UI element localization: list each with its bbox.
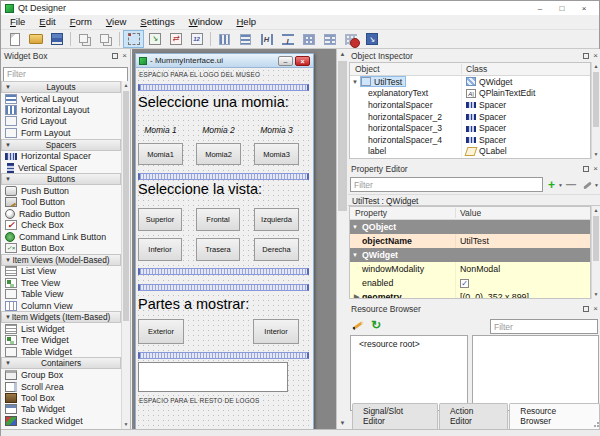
float-panel-icon[interactable] [583,166,589,172]
close-button[interactable]: × [573,2,595,15]
horizontal-spacer-widget[interactable] [138,284,309,291]
tree-row-labelrow1[interactable]: labelRow1 QLabel [350,157,590,159]
widget-tree-view[interactable]: Tree View [1,277,121,288]
open-form-button[interactable] [25,30,46,48]
widget-group-box[interactable]: Group Box [1,369,121,380]
interior-button[interactable]: Interior [253,319,299,344]
scroll-down-icon[interactable]: ▼ [592,290,600,299]
scroll-up-icon[interactable]: ▲ [337,49,348,60]
form-close-button[interactable]: × [295,56,310,66]
edit-buddies-button[interactable] [165,30,186,48]
momia3-button[interactable]: Momia3 [254,143,299,165]
edit-tab-order-button[interactable] [186,30,207,48]
float-panel-icon[interactable] [583,53,589,59]
widget-stacked-widget[interactable]: Stacked Widget [1,415,121,426]
enabled-checkbox[interactable] [460,279,469,288]
section-layouts[interactable]: ▼Layouts [1,81,121,93]
group-qobject[interactable]: ▼QObject [350,220,590,234]
section-containers[interactable]: ▼Containers [1,357,121,369]
menu-file[interactable]: File [3,15,32,29]
new-form-button[interactable] [4,30,25,48]
widget-box-scrollbar[interactable]: ▲ ▼ [121,81,130,429]
widget-column-view[interactable]: Column View [1,300,121,311]
layout-vertical-splitter-button[interactable]: I [277,30,298,48]
widget-horizontal-spacer[interactable]: Horizontal Spacer [1,151,121,162]
widget-vertical-layout[interactable]: Vertical Layout [1,93,121,104]
widget-box-filter-input[interactable] [3,67,128,82]
resource-filter-input[interactable] [490,319,598,334]
scroll-up-icon[interactable]: ▲ [592,62,600,71]
property-enabled[interactable]: enabled [350,276,590,290]
widget-tool-button[interactable]: Tool Button [1,197,121,208]
widget-list-widget[interactable]: List Widget [1,323,121,334]
scroll-down-icon[interactable]: ▼ [122,420,130,429]
resource-tree[interactable]: <resource root> [350,335,468,411]
widget-list-view[interactable]: List View [1,266,121,277]
tree-row-horizontalspacer3[interactable]: horizontalSpacer_3 Spacer [350,122,590,134]
group-qwidget[interactable]: ▼QWidget [350,248,590,262]
property-geometry[interactable]: ▶geometry [(0, 0), 352 x 899] [350,290,590,299]
momia1-button[interactable]: Momia1 [138,143,183,165]
column-property[interactable]: Property [350,208,456,218]
form-canvas[interactable]: ESPACIO PARA EL LOGO DEL MUSEO Seleccion… [136,68,313,429]
close-panel-icon[interactable]: × [593,53,598,59]
inferior-button[interactable]: Inferior [138,238,182,261]
tree-row-horizontalspacer4[interactable]: horizontalSpacer_4 Spacer [350,134,590,146]
chevron-right-icon[interactable]: ▶ [354,293,360,299]
windowmodality-value[interactable]: NonModal [456,262,590,276]
horizontal-spacer-widget[interactable] [138,268,309,275]
close-panel-icon[interactable]: × [122,53,127,59]
menu-form[interactable]: Form [63,15,99,29]
form-minimize-button[interactable]: – [278,56,293,66]
scroll-up-icon[interactable]: ▲ [592,206,600,215]
tree-row-utiltest[interactable]: ▼ UtilTest QWidget [350,76,590,88]
explanatory-text-edit[interactable] [138,362,288,392]
column-class[interactable]: Class [462,64,590,74]
widget-command-link-button[interactable]: Command Link Button [1,231,121,242]
objectname-value[interactable]: UtilTest [456,234,590,248]
horizontal-spacer-widget[interactable] [138,173,309,180]
izquierda-button[interactable]: Izquierda [254,208,299,231]
tree-row-horizontalspacer2[interactable]: horizontalSpacer_2 Spacer [350,111,590,123]
tab-resource-browser[interactable]: Resource Browser [509,403,600,429]
close-panel-icon[interactable]: × [593,306,598,312]
menu-help[interactable]: Help [229,15,263,29]
property-windowmodality[interactable]: windowModality NonModal [350,262,590,276]
tab-signal-slot-editor[interactable]: Signal/Slot Editor [352,403,438,429]
save-form-button[interactable] [46,30,67,48]
adjust-size-button[interactable] [361,30,382,48]
widget-push-button[interactable]: Push Button [1,185,121,196]
mdi-vertical-scrollbar[interactable]: ▲ ▼ [336,49,348,429]
chevron-down-icon[interactable]: ▼ [350,79,360,85]
minimize-button[interactable]: – [529,2,551,15]
section-item-widgets[interactable]: ▼Item Widgets (Item-Based) [1,311,121,323]
edit-resources-icon[interactable] [351,318,365,332]
geometry-value[interactable]: [(0, 0), 352 x 899] [456,290,590,299]
frontal-button[interactable]: Frontal [196,208,240,231]
widget-tree-widget[interactable]: Tree Widget [1,335,121,346]
resource-root-item[interactable]: <resource root> [359,339,420,349]
widget-tab-widget[interactable]: Tab Widget [1,404,121,415]
widget-radio-button[interactable]: Radio Button [1,208,121,219]
section-spacers[interactable]: ▼Spacers [1,139,121,151]
scroll-down-icon[interactable]: ▼ [592,150,600,159]
menu-settings[interactable]: Settings [133,15,181,29]
scroll-down-icon[interactable]: ▼ [337,418,348,429]
derecha-button[interactable]: Derecha [254,238,299,261]
widget-form-layout[interactable]: Form Layout [1,127,121,138]
form-window[interactable]: - MummyInterface.ui – × ESPACIO PARA EL … [135,53,314,429]
tree-row-horizontalspacer[interactable]: horizontalSpacer Spacer [350,99,590,111]
tree-row-explanatorytext[interactable]: explanatoryText QPlainTextEdit [350,88,590,100]
widget-tool-box[interactable]: Tool Box [1,392,121,403]
scrollbar-thumb[interactable] [123,91,129,321]
superior-button[interactable]: Superior [138,208,182,231]
maximize-button[interactable]: □ [551,2,573,15]
send-to-back-button[interactable] [95,30,116,48]
widget-table-widget[interactable]: Table Widget [1,346,121,357]
layout-vertically-button[interactable] [235,30,256,48]
section-item-views[interactable]: ▼Item Views (Model-Based) [1,254,121,266]
menu-edit[interactable]: Edit [32,15,62,29]
horizontal-spacer-widget[interactable] [138,84,309,91]
scrollbar-thumb[interactable] [338,61,347,211]
widget-check-box[interactable]: Check Box [1,220,121,231]
